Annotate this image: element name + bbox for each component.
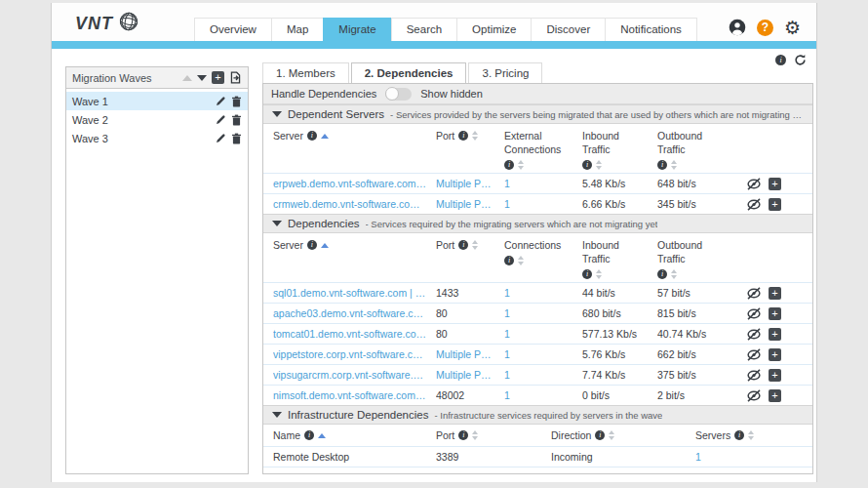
edit-wave-icon[interactable] — [216, 96, 226, 106]
port-cell[interactable]: Multiple Ports — [436, 198, 504, 210]
delete-wave-icon[interactable] — [231, 114, 242, 126]
column-header-outbound[interactable]: Outbound Traffici — [657, 129, 738, 170]
server-cell[interactable]: crmweb.demo.vnt-software.com | 1... — [273, 198, 436, 210]
column-header-port[interactable]: Porti — [436, 428, 551, 442]
column-header-direction[interactable]: Directioni — [551, 428, 695, 442]
column-info-icon[interactable]: i — [458, 240, 468, 250]
column-info-icon[interactable]: i — [657, 269, 667, 279]
column-info-icon[interactable]: i — [582, 160, 592, 170]
add-to-wave-icon[interactable]: + — [769, 328, 781, 341]
move-down-icon[interactable] — [197, 75, 207, 81]
wave-list-item[interactable]: Wave 3 — [66, 129, 248, 147]
column-info-icon[interactable]: i — [307, 240, 317, 250]
server-cell[interactable]: vippetstore.corp.vnt-software.com | ... — [273, 348, 436, 360]
server-cell[interactable]: erpweb.demo.vnt-software.com | 10... — [273, 178, 436, 189]
hide-eye-icon[interactable] — [746, 198, 762, 211]
nav-tab-optimize[interactable]: Optimize — [456, 18, 532, 41]
column-header-inbound[interactable]: Inbound Traffici — [582, 129, 657, 170]
column-header-port[interactable]: Porti — [436, 129, 504, 142]
nav-tab-migrate[interactable]: Migrate — [323, 18, 391, 41]
add-to-wave-icon[interactable]: + — [769, 369, 781, 382]
connections-cell[interactable]: 1 — [504, 369, 582, 381]
server-cell[interactable]: tomcat01.demo.vnt-software.com | ... — [273, 328, 436, 340]
tab-pricing[interactable]: 3. Pricing — [468, 62, 542, 83]
column-header-label: Name — [273, 428, 300, 442]
table-header: ServeriPortiExternal ConnectionsiInbound… — [263, 124, 812, 173]
hide-eye-icon[interactable] — [746, 178, 762, 190]
column-header-inbound[interactable]: Inbound Traffici — [582, 238, 657, 279]
tab-members[interactable]: 1. Members — [262, 62, 349, 83]
nav-tab-map[interactable]: Map — [271, 18, 324, 41]
add-to-wave-icon[interactable]: + — [769, 389, 781, 402]
server-cell[interactable]: vipsugarcrm.corp.vnt-software.com |... — [273, 369, 436, 381]
column-info-icon[interactable]: i — [304, 430, 314, 440]
servers-cell[interactable]: 8 — [695, 471, 803, 474]
nav-tab-discover[interactable]: Discover — [531, 18, 606, 41]
show-hidden-toggle[interactable] — [385, 88, 412, 101]
hide-eye-icon[interactable] — [746, 369, 762, 382]
servers-cell[interactable]: 1 — [695, 451, 803, 463]
column-info-icon[interactable]: i — [582, 269, 592, 279]
wave-list-item[interactable]: Wave 2 — [66, 110, 248, 129]
column-header-connections[interactable]: Connectionsi — [504, 238, 582, 265]
column-header-name[interactable]: Namei — [273, 428, 436, 442]
column-info-icon[interactable]: i — [504, 256, 514, 265]
user-icon[interactable] — [729, 19, 746, 36]
edit-wave-icon[interactable] — [216, 133, 226, 143]
section-header-dependencies[interactable]: Dependencies - Services required by the … — [263, 214, 812, 233]
help-icon[interactable]: ? — [757, 20, 773, 36]
section-header-infrastructure-dependencies[interactable]: Infrastructure Dependencies - Infrastruc… — [263, 405, 812, 425]
connections-cell[interactable]: 1 — [504, 198, 582, 210]
nav-tab-notifications[interactable]: Notifications — [605, 18, 697, 41]
nav-tab-overview[interactable]: Overview — [194, 18, 272, 41]
delete-wave-icon[interactable] — [231, 96, 242, 107]
port-cell[interactable]: Multiple Ports — [436, 369, 504, 381]
hide-eye-icon[interactable] — [746, 307, 762, 320]
outbound-cell: 815 bit/s — [657, 307, 738, 319]
column-header-server[interactable]: Serveri — [273, 129, 436, 142]
column-info-icon[interactable]: i — [307, 131, 317, 141]
add-wave-icon[interactable]: + — [212, 71, 224, 84]
port-cell[interactable]: Multiple Ports — [436, 178, 504, 189]
hide-eye-icon[interactable] — [746, 328, 762, 341]
move-up-icon[interactable] — [182, 75, 192, 81]
inbound-cell: 5.76 Kb/s — [582, 348, 657, 360]
column-info-icon[interactable]: i — [595, 430, 605, 440]
connections-cell[interactable]: 1 — [504, 307, 582, 319]
add-to-wave-icon[interactable]: + — [769, 198, 781, 211]
gear-icon[interactable]: ⚙ — [784, 20, 801, 36]
column-header-outbound[interactable]: Outbound Traffici — [657, 238, 738, 279]
add-to-wave-icon[interactable]: + — [769, 287, 781, 300]
export-icon[interactable] — [229, 71, 242, 84]
column-header-servers[interactable]: Serversi — [695, 428, 803, 442]
connections-cell[interactable]: 1 — [504, 389, 582, 401]
delete-wave-icon[interactable] — [231, 133, 242, 144]
hide-eye-icon[interactable] — [746, 348, 762, 361]
server-cell[interactable]: apache03.demo.vnt-software.com | ... — [273, 307, 436, 319]
server-cell[interactable]: sql01.demo.vnt-software.com | 10.1... — [273, 287, 436, 299]
port-cell[interactable]: Multiple Ports — [436, 348, 504, 360]
column-info-icon[interactable]: i — [458, 131, 468, 141]
add-to-wave-icon[interactable]: + — [769, 348, 781, 361]
connections-cell[interactable]: 1 — [504, 178, 582, 189]
column-info-icon[interactable]: i — [504, 160, 514, 170]
server-cell[interactable]: nimsoft.demo.vnt-software.com | 19... — [273, 389, 436, 401]
connections-cell[interactable]: 1 — [504, 328, 582, 340]
add-to-wave-icon[interactable]: + — [769, 307, 781, 320]
column-header-port[interactable]: Porti — [436, 238, 504, 252]
hide-eye-icon[interactable] — [746, 287, 762, 300]
tab-dependencies[interactable]: 2. Dependencies — [351, 62, 467, 83]
wave-list-item[interactable]: Wave 1 — [66, 92, 248, 110]
nav-tab-search[interactable]: Search — [391, 18, 457, 41]
add-to-wave-icon[interactable]: + — [769, 178, 781, 190]
column-info-icon[interactable]: i — [734, 430, 744, 440]
section-header-dependent-servers[interactable]: Dependent Servers - Services provided by… — [263, 104, 812, 124]
connections-cell[interactable]: 1 — [504, 348, 582, 360]
connections-cell[interactable]: 1 — [504, 287, 582, 299]
column-header-connections[interactable]: External Connectionsi — [504, 129, 582, 170]
edit-wave-icon[interactable] — [216, 114, 226, 125]
column-info-icon[interactable]: i — [657, 160, 667, 170]
hide-eye-icon[interactable] — [746, 389, 762, 402]
column-header-server[interactable]: Serveri — [273, 238, 436, 252]
column-info-icon[interactable]: i — [458, 430, 468, 440]
